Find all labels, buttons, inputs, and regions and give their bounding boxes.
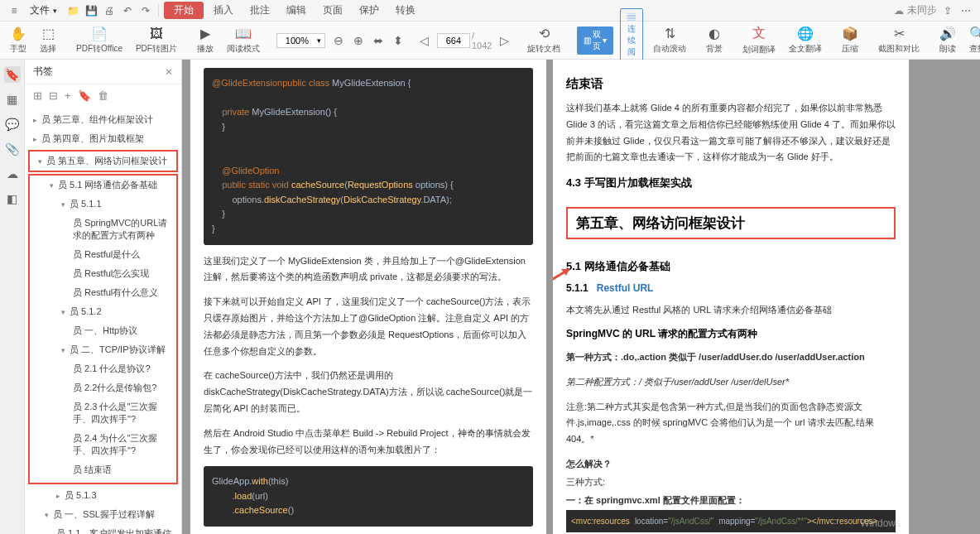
way-a: 一：在 springmvc.xml 配置文件里面配置： — [566, 493, 896, 509]
zoom-in-icon[interactable]: ⊕ — [352, 34, 365, 47]
way-2: 第二种配置方式：/ 类似于/user/addUser /user/delUser… — [566, 374, 896, 391]
next-page-icon[interactable]: ▷ — [498, 34, 511, 47]
start-tab[interactable]: 开始 — [164, 2, 204, 19]
bookmark-item[interactable]: 员 2.3 什么是"三次握手、四次挥手"? — [30, 397, 176, 429]
file-menu[interactable]: 文件 ▾ — [25, 2, 62, 19]
tool-select[interactable]: ⬚选择 — [36, 26, 60, 55]
tool-rotate[interactable]: ⟲旋转文档 — [524, 26, 564, 55]
pdf-page-right: 结束语 这样我们基本上就将 Glide 4 的所有重要内容都介绍完了，如果你以前… — [553, 60, 909, 534]
print-icon[interactable]: 🖨 — [102, 3, 117, 18]
sync-status[interactable]: ☁ 未同步 — [894, 3, 937, 17]
page-control: / 1042 — [437, 31, 492, 51]
bookmark-item[interactable]: ▾员 一、SSL握手过程详解 — [25, 505, 181, 524]
document-viewport[interactable]: @GlideExtensionpublic class MyGlideExten… — [182, 60, 980, 534]
tab-annotate[interactable]: 批注 — [243, 2, 276, 19]
fit-width-icon[interactable]: ⬌ — [372, 34, 385, 47]
tool-full-trans[interactable]: 🌐全文翻译 — [785, 26, 825, 55]
bookmark-item[interactable]: 员 2.2什么是传输包? — [30, 378, 176, 397]
chapter-5-title: 第五章、网络访问框架设计 — [566, 207, 896, 239]
bookmark-item[interactable]: ▸员 第四章、图片加载框架 — [25, 129, 181, 148]
main-area: 🔖 ▦ 💬 📎 ☁ ◧ 书签 ✕ ⊞ ⊟ + 🔖 🗑 ▸员 第三章、组件化框架设… — [0, 60, 980, 534]
bookmark-item[interactable]: 员 2.1 什么是协议? — [30, 359, 176, 378]
attachment-panel-icon[interactable]: 📎 — [4, 141, 21, 157]
tool-play[interactable]: ▶播放 — [194, 26, 217, 55]
share-icon[interactable]: ⇪ — [940, 3, 955, 18]
code-block-1: @GlideExtensionpublic class MyGlideExten… — [204, 68, 533, 245]
save-icon[interactable]: 💾 — [84, 3, 98, 18]
bookmark-item[interactable]: 员 Restful怎么实现 — [30, 264, 176, 283]
paragraph: 这里我们定义了一个 MyGlideExtension 类，并且给加上了一个@Gl… — [204, 253, 533, 286]
fit-page-icon[interactable]: ⬍ — [392, 34, 405, 47]
delete-bookmark-icon[interactable]: 🗑 — [98, 89, 108, 102]
bookmark-icon[interactable]: 🔖 — [78, 89, 91, 102]
bookmark-item[interactable]: 员 2.4 为什么"三次握手、四次挥手"? — [30, 429, 176, 460]
intro-paragraph: 本文将先从通过 Restful 风格的 URL 请求来介绍网络通信必备基础 — [566, 302, 896, 319]
ending-paragraph: 这样我们基本上就将 Glide 4 的所有重要内容都介绍完了，如果你以前非常熟悉… — [566, 100, 896, 166]
thumbnail-panel-icon[interactable]: ▦ — [4, 91, 21, 108]
bookmark-item[interactable]: 员 一、Http协议 — [30, 321, 176, 340]
tool-word-trans[interactable]: 文划词翻译 — [739, 25, 779, 55]
sidebar-title: 书签 — [33, 65, 53, 79]
tool-read-aloud[interactable]: 🔊朗读 — [936, 26, 959, 55]
way-1: 第一种方式：.do,.action 类似于 /user/addUser.do /… — [566, 349, 896, 366]
menu-icon[interactable]: ≡ — [7, 3, 22, 18]
menubar: ≡ 文件 ▾ 📁 💾 🖨 ↶ ↷ 开始 插入 批注 编辑 页面 保护 转换 ☁ … — [0, 0, 980, 22]
xml-code-block: <mvc:resources location="/jsAndCss/" map… — [566, 510, 896, 532]
bookmark-item[interactable]: ▸员 第三章、组件化框架设计 — [25, 110, 181, 129]
bookmark-panel-icon[interactable]: 🔖 — [4, 66, 21, 83]
section-5-1-1: 5.1.1 Restful URL — [566, 282, 896, 294]
tab-edit[interactable]: 编辑 — [280, 2, 313, 19]
tool-find[interactable]: 🔍查找 — [966, 26, 980, 55]
watermark: Windows — [860, 517, 901, 529]
tool-pdf-image[interactable]: 🖼PDF转图片 — [132, 26, 180, 55]
tool-hand[interactable]: ✋手型 — [7, 26, 30, 55]
bookmark-item[interactable]: ▸员 5.1.3 — [25, 486, 181, 505]
sidebar-tools: ⊞ ⊟ + 🔖 🗑 — [25, 84, 181, 107]
tab-protect[interactable]: 保护 — [353, 2, 386, 19]
tool-compress[interactable]: 📦压缩 — [838, 26, 862, 55]
double-page-btn[interactable]: ▥ 双页 ▾ — [577, 26, 613, 55]
bookmark-item[interactable]: ▾员 二、TCP/IP协议详解 — [30, 340, 176, 359]
open-icon[interactable]: 📁 — [65, 3, 80, 18]
bookmark-item[interactable]: 员 结束语 — [30, 460, 176, 479]
zoom-out-icon[interactable]: ⊖ — [332, 34, 345, 47]
layer-panel-icon[interactable]: ◧ — [4, 190, 21, 207]
undo-icon[interactable]: ↶ — [120, 3, 135, 18]
bookmark-item[interactable]: ▾员 5.1.1 — [30, 195, 176, 214]
tool-background[interactable]: ◐背景 — [703, 26, 726, 55]
bookmark-item[interactable]: ▾员 5.1 网络通信必备基础 — [30, 176, 176, 195]
sidebar-close-icon[interactable]: ✕ — [165, 66, 173, 78]
bookmark-item[interactable]: 员 Restful是什么 — [30, 245, 176, 264]
highlighted-section: ▾员 5.1 网络通信必备基础 ▾员 5.1.1 员 SpringMVC的URL… — [28, 174, 178, 484]
spring-title: SpringMVC 的 URL 请求的配置方式有两种 — [566, 327, 896, 341]
expand-all-icon[interactable]: ⊞ — [33, 89, 42, 102]
add-bookmark-icon[interactable]: + — [65, 89, 71, 102]
redo-icon[interactable]: ↷ — [138, 3, 153, 18]
paragraph: 在 cacheSource()方法中，我们仍然还是调用的diskCacheStr… — [204, 368, 533, 416]
bookmark-item[interactable]: ▾员 5.1.2 — [30, 302, 176, 321]
tab-insert[interactable]: 插入 — [207, 2, 240, 19]
prev-page-icon[interactable]: ◁ — [418, 34, 430, 47]
bookmark-item[interactable]: ▾员 第五章、网络访问框架设计 — [30, 152, 176, 171]
more-icon[interactable]: ⋯ — [958, 3, 973, 18]
page-input[interactable] — [437, 33, 470, 48]
tool-crop[interactable]: ✂截图和对比 — [875, 26, 923, 55]
tool-read-mode[interactable]: 📖阅读模式 — [223, 26, 263, 55]
tab-page[interactable]: 页面 — [316, 2, 349, 19]
three-ways: 三种方式: — [566, 474, 896, 491]
bookmark-item[interactable]: 员 SpringMVC的URL请求的配置方式有两种 — [30, 214, 176, 245]
comment-panel-icon[interactable]: 💬 — [4, 116, 21, 132]
cloud-panel-icon[interactable]: ☁ — [4, 166, 21, 182]
note-paragraph: 注意:第二种方式其实是包含第一种方式,但是当我们的页面包含静态资源文件.js,i… — [566, 399, 896, 448]
bookmark-item[interactable]: 员 1.1、客户端发出加密通信请求 ClientHello — [25, 524, 181, 534]
zoom-input[interactable] — [281, 36, 314, 46]
bookmark-item[interactable]: 员 Restful有什么意义 — [30, 283, 176, 302]
zoom-control[interactable]: ▾ — [276, 33, 325, 48]
tool-auto-scroll[interactable]: ⇅自动滚动 — [650, 26, 689, 55]
code-block-2: GlideApp.with(this) .load(url) .cacheSou… — [204, 466, 533, 527]
tab-convert[interactable]: 转换 — [389, 2, 422, 19]
collapse-all-icon[interactable]: ⊟ — [49, 89, 58, 102]
section-4-3: 4.3 手写图片加载框架实战 — [566, 176, 896, 190]
bookmark-list: ▸员 第三章、组件化框架设计 ▸员 第四章、图片加载框架 ▾员 第五章、网络访问… — [25, 107, 181, 534]
tool-pdf-office[interactable]: 📄PDF转Office — [73, 26, 126, 55]
